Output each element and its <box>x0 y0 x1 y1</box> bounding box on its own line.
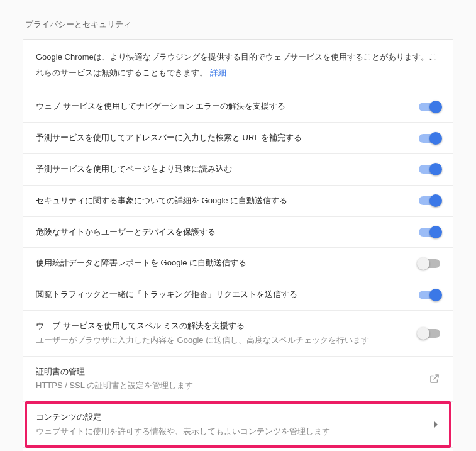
row-label: コンテンツの設定 <box>36 411 424 424</box>
row-content-settings[interactable]: コンテンツの設定 ウェブサイトに使用を許可する情報や、表示してもよいコンテンツを… <box>23 402 453 448</box>
row-nav-error: ウェブ サービスを使用してナビゲーション エラーの解決を支援する <box>23 91 453 123</box>
external-link-icon <box>429 373 440 384</box>
row-label: 使用統計データと障害レポートを Google に自動送信する <box>36 257 409 270</box>
row-dnt: 閲覧トラフィックと一緒に「トラッキング拒否」リクエストを送信する <box>23 279 453 311</box>
toggle-usage-stats[interactable] <box>419 259 440 268</box>
toggle-predict-load[interactable] <box>419 165 440 174</box>
row-label: 閲覧トラフィックと一緒に「トラッキング拒否」リクエストを送信する <box>36 288 409 301</box>
row-label: 予測サービスを使用してページをより迅速に読み込む <box>36 163 409 176</box>
row-label: ウェブ サービスを使用してスペル ミスの解決を支援する <box>36 320 409 333</box>
intro-text: Google Chromeは、より快適なブラウジングを提供する目的でウェブサービ… <box>23 40 453 91</box>
toggle-predict-search[interactable] <box>419 134 440 143</box>
row-sub: HTTPS / SSL の証明書と設定を管理します <box>36 379 419 393</box>
section-title: プライバシーとセキュリティ <box>23 19 453 30</box>
intro-body: Google Chromeは、より快適なブラウジングを提供する目的でウェブサービ… <box>36 52 437 77</box>
toggle-spellcheck[interactable] <box>419 329 440 338</box>
toggle-security-report[interactable] <box>419 196 440 205</box>
row-sub: ウェブサイトに使用を許可する情報や、表示してもよいコンテンツを管理します <box>36 425 424 438</box>
toggle-safe-browsing[interactable] <box>419 228 440 237</box>
row-label: セキュリティに関する事象についての詳細を Google に自動送信する <box>36 194 409 208</box>
row-label: 危険なサイトからユーザーとデバイスを保護する <box>36 226 409 239</box>
row-predict-search: 予測サービスを使用してアドレスバーに入力した検索と URL を補完する <box>23 123 453 154</box>
row-sub: ユーザーがブラウザに入力した内容を Google に送信し、高度なスペルチェック… <box>36 334 409 347</box>
row-clear-data[interactable]: 閲覧履歴データを消去する 閲覧履歴、Cookie、キャッシュなどを削除します <box>23 448 453 451</box>
toggle-nav-error[interactable] <box>419 103 440 111</box>
intro-link[interactable]: 詳細 <box>210 68 226 77</box>
row-label: 予測サービスを使用してアドレスバーに入力した検索と URL を補完する <box>36 131 409 145</box>
row-certificates[interactable]: 証明書の管理 HTTPS / SSL の証明書と設定を管理します <box>23 357 453 403</box>
row-safe-browsing: 危険なサイトからユーザーとデバイスを保護する <box>23 217 453 248</box>
row-usage-stats: 使用統計データと障害レポートを Google に自動送信する <box>23 248 453 279</box>
row-label: ウェブ サービスを使用してナビゲーション エラーの解決を支援する <box>36 100 409 113</box>
toggle-dnt[interactable] <box>419 291 440 299</box>
row-spellcheck: ウェブ サービスを使用してスペル ミスの解決を支援する ユーザーがブラウザに入力… <box>23 311 453 357</box>
row-security-report: セキュリティに関する事象についての詳細を Google に自動送信する <box>23 186 453 217</box>
chevron-right-icon <box>434 421 438 428</box>
privacy-panel: Google Chromeは、より快適なブラウジングを提供する目的でウェブサービ… <box>23 39 453 451</box>
row-label: 証明書の管理 <box>36 365 419 379</box>
row-predict-load: 予測サービスを使用してページをより迅速に読み込む <box>23 154 453 186</box>
